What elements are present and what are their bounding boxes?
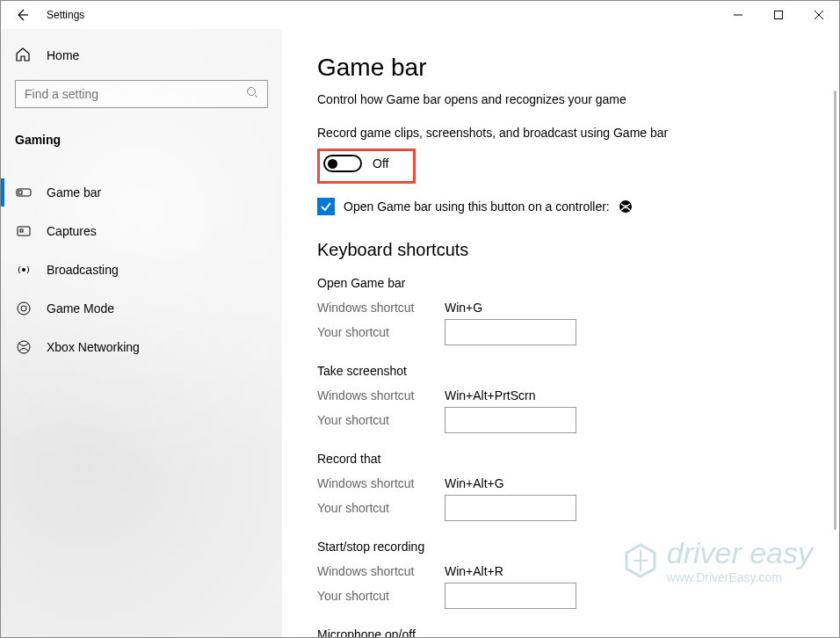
svg-point-6	[22, 268, 25, 272]
win-shortcut-value: Win+Alt+R	[445, 564, 503, 578]
sidebar-item-label: Game bar	[47, 185, 101, 199]
toggle-knob	[328, 159, 337, 169]
xbox-badge-icon	[619, 199, 633, 214]
home-label: Home	[47, 48, 79, 62]
window-controls	[718, 1, 839, 29]
search-icon	[246, 86, 258, 102]
search-wrap	[1, 73, 282, 122]
main-panel: Game bar Control how Game bar opens and …	[282, 29, 839, 637]
maximize-button[interactable]	[758, 1, 799, 29]
shortcut-title: Record that	[317, 452, 804, 466]
close-icon	[815, 11, 823, 19]
shortcut-title: Open Game bar	[317, 276, 804, 290]
sidebar-item-gamebar[interactable]: Game bar	[1, 173, 282, 212]
win-shortcut-label: Windows shortcut	[317, 476, 445, 490]
close-button[interactable]	[799, 1, 839, 29]
your-shortcut-label: Your shortcut	[317, 325, 445, 339]
page-subtitle: Control how Game bar opens and recognize…	[317, 92, 804, 106]
sidebar-item-label: Xbox Networking	[47, 340, 140, 354]
toggle-section-label: Record game clips, screenshots, and broa…	[317, 126, 804, 140]
checkbox-label: Open Game bar using this button on a con…	[344, 199, 610, 214]
sidebar: Home Gaming Game bar Captures Broadcas	[1, 29, 282, 637]
xbox-icon	[15, 338, 33, 356]
search-input[interactable]	[25, 87, 246, 101]
svg-rect-4	[18, 227, 30, 236]
titlebar: Settings	[1, 1, 839, 29]
your-shortcut-label: Your shortcut	[317, 501, 445, 515]
category-heading: Gaming	[1, 122, 282, 157]
svg-rect-5	[20, 229, 23, 232]
shortcut-title: Microphone on/off	[317, 627, 804, 637]
win-shortcut-value: Win+G	[445, 301, 482, 315]
your-shortcut-input[interactable]	[445, 495, 576, 521]
sidebar-item-label: Captures	[47, 224, 97, 238]
scrollbar[interactable]	[834, 91, 837, 618]
svg-rect-3	[18, 191, 22, 194]
svg-point-1	[248, 88, 256, 96]
sidebar-item-gamemode[interactable]: Game Mode	[1, 289, 282, 328]
svg-point-8	[21, 306, 26, 311]
win-shortcut-value: Win+Alt+G	[445, 476, 504, 490]
page-heading: Game bar	[317, 54, 804, 82]
scrollbar-thumb[interactable]	[834, 91, 836, 530]
home-link[interactable]: Home	[1, 38, 282, 73]
search-box[interactable]	[15, 80, 268, 108]
win-shortcut-label: Windows shortcut	[317, 564, 445, 578]
shortcut-title: Start/stop recording	[317, 540, 804, 554]
gamebar-icon	[15, 184, 33, 201]
nav-list: Game bar Captures Broadcasting Game Mode…	[1, 173, 282, 366]
svg-point-9	[18, 341, 30, 353]
your-shortcut-input[interactable]	[445, 319, 576, 345]
svg-point-7	[18, 302, 30, 315]
your-shortcut-label: Your shortcut	[317, 589, 445, 603]
your-shortcut-input[interactable]	[445, 583, 576, 609]
gamebar-toggle[interactable]	[323, 155, 362, 172]
shortcut-group: Microphone on/off	[317, 627, 804, 637]
shortcut-group: Start/stop recording Windows shortcutWin…	[317, 540, 804, 608]
win-shortcut-value: Win+Alt+PrtScrn	[445, 388, 535, 402]
minimize-icon	[734, 11, 742, 19]
arrow-left-icon	[15, 8, 29, 22]
check-icon	[320, 200, 332, 213]
captures-icon	[15, 222, 33, 240]
sidebar-item-captures[interactable]: Captures	[1, 212, 282, 250]
your-shortcut-label: Your shortcut	[317, 413, 445, 427]
svg-rect-0	[775, 11, 783, 19]
minimize-button[interactable]	[718, 1, 758, 29]
broadcast-icon	[15, 261, 33, 279]
shortcut-group: Take screenshot Windows shortcutWin+Alt+…	[317, 364, 804, 432]
toggle-state-label: Off	[373, 156, 388, 170]
win-shortcut-label: Windows shortcut	[317, 301, 445, 315]
sidebar-item-label: Game Mode	[47, 301, 114, 315]
shortcut-group: Record that Windows shortcutWin+Alt+G Yo…	[317, 452, 804, 520]
shortcut-group: Open Game bar Windows shortcutWin+G Your…	[317, 276, 804, 344]
back-button[interactable]	[1, 1, 43, 29]
maximize-icon	[774, 11, 783, 19]
window-title: Settings	[47, 9, 84, 21]
shortcuts-heading: Keyboard shortcuts	[317, 240, 804, 260]
sidebar-item-xbox[interactable]: Xbox Networking	[1, 328, 282, 366]
sidebar-item-label: Broadcasting	[47, 263, 119, 277]
shortcut-title: Take screenshot	[317, 364, 804, 378]
controller-checkbox[interactable]	[317, 198, 335, 215]
win-shortcut-label: Windows shortcut	[317, 388, 445, 402]
your-shortcut-input[interactable]	[445, 407, 576, 433]
home-icon	[15, 47, 33, 64]
highlight-annotation: Off	[317, 149, 416, 184]
gamemode-icon	[15, 300, 33, 317]
sidebar-item-broadcasting[interactable]: Broadcasting	[1, 250, 282, 289]
